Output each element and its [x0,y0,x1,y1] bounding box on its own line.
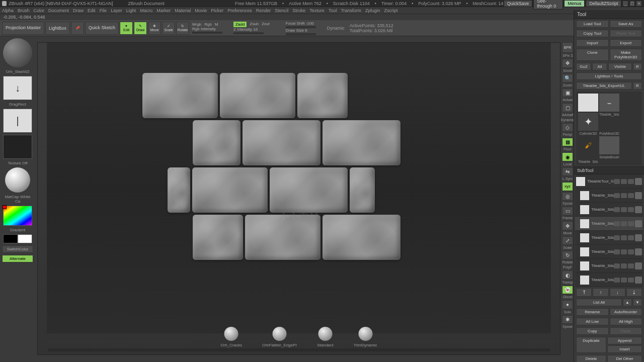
rename-button[interactable]: Rename [576,308,609,316]
menu-draw[interactable]: Draw [73,8,84,13]
menu-zplugin[interactable]: Zplugin [365,8,380,13]
pin-icon[interactable]: 📌 [71,22,84,35]
menu-tool[interactable]: Tool [329,8,337,13]
maximize-icon[interactable]: □ [629,1,635,7]
lightbox-button[interactable]: LightBox [45,22,70,35]
menu-picker[interactable]: Picker [211,8,223,13]
subtool-item[interactable]: Tileable_3ds_Export12 [575,189,643,203]
load-tool-button[interactable]: Load Tool [576,20,609,28]
zadd-button[interactable]: Zadd [233,22,247,27]
move-view-button[interactable]: ✥ [562,221,573,230]
append-button[interactable]: Append [607,337,642,344]
list-all-button[interactable]: List All [576,299,622,306]
duplicate-button[interactable]: Duplicate [576,337,606,353]
clone-button[interactable]: Clone [576,49,609,61]
brush-sphere-1[interactable] [224,327,238,341]
brush-preview[interactable] [3,38,32,67]
tool-thumb-2[interactable]: ▬ [599,94,619,112]
menu-render[interactable]: Render [256,8,271,13]
scroll-button[interactable]: ✥ [562,59,573,67]
draw-button[interactable]: ✎Draw [134,22,147,35]
all-high-button[interactable]: All High [610,318,642,325]
move-up-button[interactable]: ▲ [623,299,632,306]
edit-button[interactable]: ✦Edit [120,22,133,35]
bpr-button[interactable]: BPR [562,42,573,53]
rgb-slider[interactable]: Mrgb Rgb M Rgb Intensity [192,22,222,34]
quicksave-button[interactable]: QuickSave [504,0,533,7]
r2-button[interactable]: R [633,82,642,89]
alternate-button[interactable]: Alternate [2,255,33,262]
nav-full-up-button[interactable]: ⤒ [576,288,592,297]
close-icon[interactable]: × [636,1,642,7]
viewport[interactable]: 人人素材 [47,43,551,333]
visible-button[interactable]: Visible [608,63,632,70]
all-button[interactable]: All [592,63,607,70]
subtool-item[interactable]: Tileable_3ds_Export10 [575,217,643,231]
menu-preferences[interactable]: Preferences [227,8,252,13]
tool-thumb-1[interactable] [578,94,598,112]
script-button[interactable]: DefaultZScript [586,0,621,7]
menu-stroke[interactable]: Stroke [292,8,305,13]
subtool-item[interactable]: Tileable_3ds_Export8 [575,245,643,259]
paste-button[interactable]: Paste [610,327,642,335]
zoom-button[interactable]: 🔍 [562,74,573,82]
subtool-item[interactable]: Tileable_3ds_Export9 [575,231,643,245]
scale-button[interactable]: ⤢Scale [162,22,175,35]
menu-macro[interactable]: Macro [140,8,152,13]
menu-movie[interactable]: Movie [195,8,207,13]
material-preview[interactable] [5,167,30,193]
menu-texture[interactable]: Texture [309,8,325,13]
menu-alpha[interactable]: Alpha [2,8,14,13]
brush-sphere-2[interactable] [273,327,287,341]
sculpted-mesh[interactable] [142,73,414,262]
see-through-button[interactable]: See-through 0 [533,0,563,10]
subtool-header[interactable]: SubTool [574,166,644,174]
r-button[interactable]: R [633,63,642,70]
quick-sketch-button[interactable]: Quick Sketch [85,22,119,35]
save-as-button[interactable]: Save As [610,20,642,28]
insert-button[interactable]: Insert [607,345,642,353]
del-other-button[interactable]: Del Other [607,355,642,362]
lightbox-tools-button[interactable]: Lightbox › Tools [576,72,642,80]
menu-document[interactable]: Document [48,8,69,13]
solo-button[interactable]: ● [562,300,573,309]
export-button[interactable]: Export [610,39,642,47]
make-poly-button[interactable]: Make PolyMesh3D [610,49,642,61]
floor-button[interactable]: ▦ [562,138,573,146]
menu-color[interactable]: Color [34,8,45,13]
z-slider[interactable]: Zadd Zsub Zcut Z Intensity 16 [233,22,270,34]
xyz-button[interactable]: xyz [562,182,573,191]
color-picker[interactable] [3,206,32,226]
subtool-item[interactable]: Tileable_3ds_Export11 [575,203,643,217]
copy-tool-button[interactable]: Copy Tool [576,30,609,37]
menu-zscript[interactable]: Zscript [384,8,398,13]
move-button[interactable]: ✥Move [148,22,161,35]
delete-button[interactable]: Delete [576,355,606,362]
menu-edit[interactable]: Edit [88,8,96,13]
lsym-button[interactable]: ⇆ [562,167,573,176]
auto-reorder-button[interactable]: AutoReorder [610,308,642,316]
tool-thumb-5[interactable] [599,136,619,154]
focal-slider[interactable]: Focal Shift -100 Draw Size 6 [286,21,316,35]
tool-thumb-4[interactable]: 🖌 [578,136,598,154]
menu-file[interactable]: File [100,8,107,13]
projection-master-button[interactable]: Projection Master [2,22,44,35]
rotate-view-button[interactable]: ↻ [562,251,573,259]
copy-button[interactable]: Copy [576,327,609,335]
menu-material[interactable]: Material [175,8,191,13]
color-swatches[interactable] [3,234,32,243]
import-button[interactable]: Import [576,39,609,47]
menu-light[interactable]: Light [126,8,136,13]
subtool-item[interactable]: TileableTool_SurfaceDetailPass [575,174,643,189]
menu-marker[interactable]: Marker [156,8,171,13]
subtool-item[interactable]: Tileable_3ds_Export7 [575,259,643,273]
alpha-thumb[interactable]: | [3,109,32,133]
canvas-scrollbar[interactable] [48,348,550,351]
tool-thumb-3[interactable]: ✦ [578,113,598,131]
frame-button[interactable]: ▭ [562,207,573,215]
xpose-button[interactable]: ◎ [562,192,573,201]
nav-up-button[interactable]: ↑ [593,288,608,297]
menus-button[interactable]: Menus [564,0,585,7]
ghost-button[interactable]: 👻 [562,286,573,294]
nav-full-down-button[interactable]: ⤓ [626,288,642,297]
